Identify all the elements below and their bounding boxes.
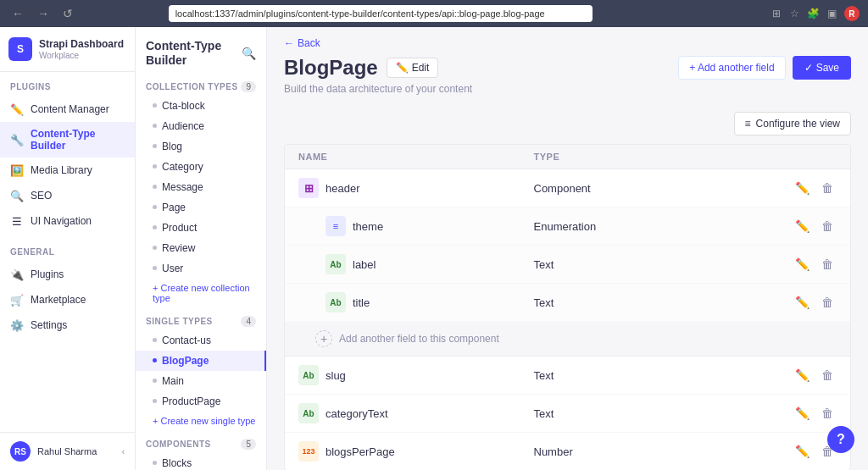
sidebar-item-media-library[interactable]: 🖼️ Media Library	[0, 158, 135, 183]
collection-types-count: 9	[241, 81, 256, 92]
save-label: Save	[816, 62, 839, 74]
field-type-cell: Text	[534, 296, 770, 309]
field-actions-cell: ✏️ 🗑	[769, 256, 837, 273]
table-row: ≡ theme Enumeration ✏️ 🗑	[285, 207, 850, 246]
ct-item-blogpage[interactable]: BlogPage	[136, 351, 266, 371]
sidebar-footer[interactable]: RS Rahul Sharma ‹	[0, 432, 135, 470]
brand-subtitle: Workplace	[39, 51, 124, 60]
edit-field-button[interactable]: ✏️	[792, 367, 813, 384]
extensions-icon: ⊞	[770, 7, 783, 20]
ct-item-label: Product	[162, 222, 197, 234]
configure-view-button[interactable]: ≡ Configure the view	[734, 112, 851, 135]
back-arrow-icon: ←	[284, 37, 294, 49]
sidebar-item-label: Plugins	[31, 268, 64, 280]
create-collection-type-link[interactable]: + Create new collection type	[136, 279, 266, 307]
delete-field-button[interactable]: 🗑	[818, 294, 837, 311]
sidebar-item-seo[interactable]: 🔍 SEO	[0, 183, 135, 208]
table-row: 123 blogsPerPage Number ✏️ 🗑	[285, 433, 850, 470]
sidebar-item-marketplace[interactable]: 🛒 Marketplace	[0, 287, 135, 312]
ct-item-label: Review	[162, 242, 195, 254]
edit-field-button[interactable]: ✏️	[792, 405, 813, 422]
single-types-header[interactable]: SINGLE TYPES 4	[136, 311, 266, 330]
sidebar-item-label: Marketplace	[31, 294, 86, 306]
edit-button[interactable]: ✏️ Edit	[387, 58, 439, 78]
brand-icon: S	[8, 37, 32, 61]
bullet-icon	[153, 358, 157, 362]
main-header: ← Back BlogPage ✏️ Edit + Add another fi…	[267, 27, 868, 112]
window-icon: ▣	[826, 7, 839, 20]
sidebar-item-plugins[interactable]: 🔌 Plugins	[0, 262, 135, 287]
back-link[interactable]: ← Back	[284, 37, 851, 49]
field-name-cell: Ab slug	[298, 365, 534, 385]
edit-field-button[interactable]: ✏️	[792, 294, 813, 311]
create-single-type-link[interactable]: + Create new single type	[136, 412, 266, 430]
browser-toolbar: ⊞ ☆ 🧩 ▣ R	[770, 6, 860, 21]
text-field-icon: Ab	[326, 292, 346, 312]
ct-item-productpage[interactable]: ProductPage	[136, 391, 266, 412]
brand-name: Strapi Dashboard	[39, 38, 124, 50]
sidebar-item-content-manager[interactable]: ✏️ Content Manager	[0, 97, 135, 122]
bullet-icon	[153, 338, 157, 342]
table-row: Ab slug Text ✏️ 🗑	[285, 357, 850, 395]
content-type-panel: Content-Type Builder 🔍 COLLECTION TYPES …	[136, 27, 267, 470]
media-library-icon: 🖼️	[10, 163, 24, 177]
app-container: S Strapi Dashboard Workplace PLUGINS ✏️ …	[0, 27, 868, 470]
collection-types-header[interactable]: COLLECTION TYPES 9	[136, 76, 266, 96]
components-section: COMPONENTS 5 Blocks	[136, 434, 266, 470]
table-row: Ab label Text ✏️ 🗑	[285, 246, 850, 284]
ct-search-button[interactable]: 🔍	[242, 47, 256, 60]
ct-item-audience[interactable]: Audience	[136, 116, 266, 136]
add-field-button[interactable]: + Add another field	[678, 56, 785, 80]
help-button[interactable]: ?	[827, 426, 854, 453]
back-nav-button[interactable]: ←	[8, 5, 27, 22]
url-bar[interactable]: localhost:1337/admin/plugins/content-typ…	[169, 5, 593, 22]
single-types-label: SINGLE TYPES	[146, 317, 213, 326]
ct-item-label: Main	[162, 375, 184, 387]
ct-item-user[interactable]: User	[136, 258, 266, 279]
plugins-label: PLUGINS	[0, 82, 135, 97]
ct-item-blog[interactable]: Blog	[136, 136, 266, 157]
delete-field-button[interactable]: 🗑	[818, 180, 837, 196]
bullet-icon	[153, 225, 157, 229]
field-name-text: label	[353, 258, 376, 271]
field-actions-cell: ✏️ 🗑	[769, 367, 837, 384]
forward-nav-button[interactable]: →	[34, 5, 53, 22]
delete-field-button[interactable]: 🗑	[818, 367, 837, 384]
delete-field-button[interactable]: 🗑	[818, 405, 837, 422]
ct-item-product[interactable]: Product	[136, 218, 266, 238]
edit-field-button[interactable]: ✏️	[792, 443, 813, 460]
sidebar-item-settings[interactable]: ⚙️ Settings	[0, 312, 135, 338]
chevron-icon: ‹	[122, 447, 125, 456]
refresh-nav-button[interactable]: ↺	[59, 5, 76, 22]
field-type-cell: Text	[534, 369, 770, 382]
type-header: TYPE	[534, 152, 770, 162]
sidebar-item-ui-navigation[interactable]: ☰ UI Navigation	[0, 208, 135, 234]
ct-item-cta-block[interactable]: Cta-block	[136, 96, 266, 116]
ct-item-contact-us[interactable]: Contact-us	[136, 330, 266, 351]
ct-item-message[interactable]: Message	[136, 177, 266, 197]
ct-item-label: Contact-us	[162, 335, 211, 346]
edit-field-button[interactable]: ✏️	[792, 256, 813, 273]
edit-field-button[interactable]: ✏️	[792, 180, 813, 196]
save-button[interactable]: ✓ Save	[793, 56, 851, 80]
edit-field-button[interactable]: ✏️	[792, 218, 813, 235]
sidebar-item-label: Media Library	[31, 164, 92, 176]
bullet-icon	[153, 266, 157, 270]
ct-item-page[interactable]: Page	[136, 197, 266, 218]
configure-bar: ≡ Configure the view	[267, 112, 868, 144]
ct-item-category[interactable]: Category	[136, 157, 266, 177]
field-actions-cell: ✏️ 🗑	[769, 405, 837, 422]
ct-item-blocks[interactable]: Blocks	[136, 453, 266, 470]
browser-chrome: ← → ↺ localhost:1337/admin/plugins/conte…	[0, 0, 868, 27]
delete-field-button[interactable]: 🗑	[818, 256, 837, 273]
browser-user-avatar[interactable]: R	[844, 6, 860, 21]
components-header[interactable]: COMPONENTS 5	[136, 434, 266, 453]
table-row: ⊞ header Component ✏️ 🗑	[285, 169, 850, 207]
ct-item-review[interactable]: Review	[136, 238, 266, 258]
sidebar-item-content-type-builder[interactable]: 🔧 Content-Type Builder	[0, 122, 135, 158]
field-name-cell: Ab title	[298, 292, 534, 312]
add-to-component-button[interactable]: Add another field to this component	[339, 333, 499, 345]
ct-item-main[interactable]: Main	[136, 371, 266, 391]
ct-item-label: Page	[162, 202, 186, 213]
delete-field-button[interactable]: 🗑	[818, 218, 837, 235]
